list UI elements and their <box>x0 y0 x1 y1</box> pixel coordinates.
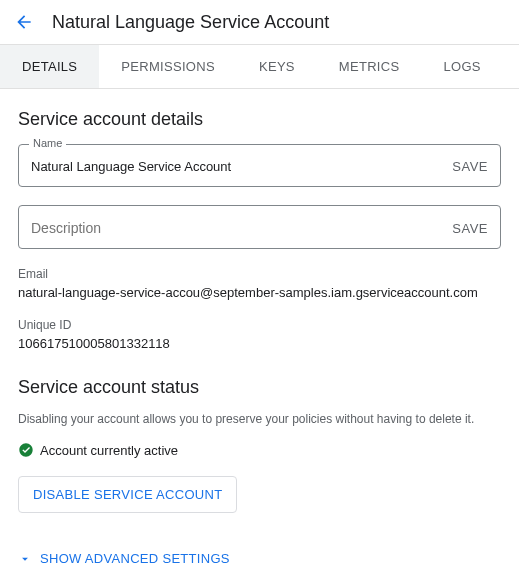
chevron-down-icon <box>18 552 32 566</box>
status-description: Disabling your account allows you to pre… <box>18 412 501 426</box>
tab-details[interactable]: DETAILS <box>0 45 99 88</box>
tab-logs[interactable]: LOGS <box>421 45 502 88</box>
status-row: Account currently active <box>18 442 501 458</box>
name-input[interactable]: Natural Language Service Account <box>31 159 452 174</box>
name-label: Name <box>29 137 66 149</box>
description-input-group[interactable]: Description SAVE <box>18 205 501 249</box>
tab-keys[interactable]: KEYS <box>237 45 317 88</box>
page-header: Natural Language Service Account <box>0 0 519 45</box>
description-save-button[interactable]: SAVE <box>452 221 488 236</box>
name-input-group[interactable]: Name Natural Language Service Account SA… <box>18 144 501 187</box>
name-save-button[interactable]: SAVE <box>452 159 488 174</box>
uniqueid-value: 106617510005801332118 <box>18 336 501 351</box>
content-area: Service account details Name Natural Lan… <box>0 89 519 568</box>
tab-metrics[interactable]: METRICS <box>317 45 422 88</box>
status-section-title: Service account status <box>18 377 501 398</box>
description-input[interactable]: Description <box>31 220 101 236</box>
details-section-title: Service account details <box>18 109 501 130</box>
status-active-text: Account currently active <box>40 443 178 458</box>
email-value: natural-language-service-accou@september… <box>18 285 501 300</box>
tab-bar: DETAILS PERMISSIONS KEYS METRICS LOGS <box>0 45 519 89</box>
email-label: Email <box>18 267 501 281</box>
show-advanced-label: SHOW ADVANCED SETTINGS <box>40 551 230 566</box>
back-arrow-icon[interactable] <box>12 10 36 34</box>
page-title: Natural Language Service Account <box>52 12 329 33</box>
check-circle-icon <box>18 442 34 458</box>
status-section: Service account status Disabling your ac… <box>18 377 501 513</box>
email-field: Email natural-language-service-accou@sep… <box>18 267 501 300</box>
disable-service-account-button[interactable]: DISABLE SERVICE ACCOUNT <box>18 476 237 513</box>
show-advanced-toggle[interactable]: SHOW ADVANCED SETTINGS <box>18 551 501 566</box>
uniqueid-field: Unique ID 106617510005801332118 <box>18 318 501 351</box>
uniqueid-label: Unique ID <box>18 318 501 332</box>
tab-permissions[interactable]: PERMISSIONS <box>99 45 237 88</box>
